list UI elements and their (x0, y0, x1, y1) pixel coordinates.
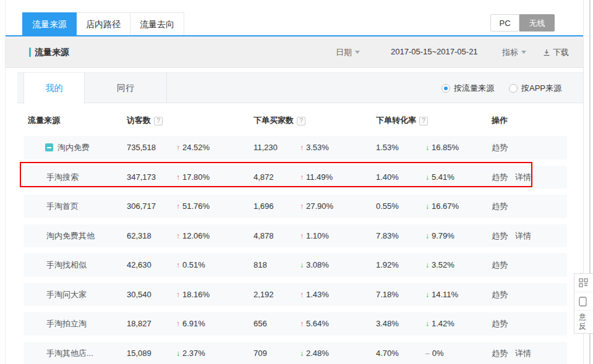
col-header-visitors: 访客数? (127, 115, 163, 126)
buyers-delta: ↓2.48% (300, 339, 329, 364)
visitors-value: 15,089 (127, 339, 151, 364)
tab-instore-path[interactable]: 店内路径 (76, 12, 130, 35)
table-row[interactable]: 手淘拍立淘 18,827 ↑6.91% 656 ↑5.64% 3.48% ↓1.… (23, 309, 567, 339)
collapse-minus-icon[interactable] (45, 143, 53, 151)
top-tab-bar: 流量来源 店内路径 流量去向 (23, 12, 184, 35)
buyers-value: 11,230 (254, 133, 278, 163)
qr-icon[interactable] (574, 274, 593, 292)
buyers-value: 709 (254, 339, 267, 364)
row-name: 手淘其他店... (46, 339, 93, 364)
table-row[interactable]: 手淘找相似 42,630 ↑0.51% 818 ↓3.08% 1.92% ↓3.… (23, 250, 567, 280)
help-icon[interactable]: ? (419, 117, 428, 125)
trend-arrow-icon: ↑ (176, 202, 180, 211)
row-background (23, 224, 567, 248)
table-row[interactable]: 淘内免费 735,518 ↑24.52% 11,230 ↑3.53% 1.53%… (23, 133, 567, 163)
visitors-delta: ↑24.52% (176, 133, 210, 163)
trend-link[interactable]: 趋势 (492, 260, 508, 269)
trend-link[interactable]: 趋势 (492, 349, 508, 358)
help-icon[interactable]: ? (297, 117, 305, 125)
table-row[interactable]: 手淘首页 306,717 ↑51.76% 1,696 ↑27.90% 0.55%… (23, 192, 567, 221)
trend-arrow-icon: ↑ (176, 143, 180, 152)
radio-label: 按流量来源 (454, 83, 494, 94)
row-name: 手淘找相似 (46, 250, 87, 280)
row-operations: 趋势 (492, 192, 515, 221)
tab-mine[interactable]: 我的 (23, 73, 85, 104)
row-operations: 趋势详情 (492, 339, 539, 364)
conversion-delta: ↓1.42% (425, 309, 454, 339)
buyers-delta: ↑5.64% (300, 309, 329, 339)
conversion-value: 1.92% (376, 250, 399, 280)
row-operations: 趋势 (492, 250, 515, 280)
trend-link[interactable]: 趋势 (492, 201, 508, 211)
highlight-box (20, 162, 532, 187)
radio-by-traffic-source[interactable]: 按流量来源 (442, 83, 494, 94)
visitors-value: 42,630 (127, 250, 151, 280)
trend-arrow-icon: ↑ (300, 202, 304, 211)
table-row[interactable]: 淘内免费其他 62,318 ↑12.06% 4,878 ↑1.10% 7.83%… (23, 221, 567, 251)
help-icon[interactable]: ? (154, 117, 163, 125)
trend-link[interactable]: 趋势 (492, 143, 508, 152)
detail-link[interactable]: 详情 (515, 349, 531, 358)
detail-link[interactable]: 详情 (515, 231, 531, 240)
trend-link[interactable]: 趋势 (492, 231, 508, 240)
radio-selected-icon (442, 84, 450, 93)
table-row[interactable]: 手淘问大家 30,540 ↑18.16% 2,192 ↑1.43% 7.18% … (23, 280, 567, 310)
trend-link[interactable]: 趋势 (492, 290, 508, 299)
trend-arrow-icon: ↓ (425, 232, 429, 240)
feedback-char: 反 (579, 322, 586, 331)
visitors-value: 735,518 (127, 133, 156, 163)
trend-arrow-icon: ↓ (425, 290, 429, 299)
radio-by-app-source[interactable]: 按APP来源 (509, 83, 561, 94)
date-dropdown[interactable]: 日期 (336, 47, 360, 58)
row-name: 淘内免费 (45, 133, 90, 163)
feedback-widget[interactable]: 意 反 (574, 273, 593, 334)
row-name: 淘内免费其他 (46, 221, 95, 251)
feedback-char: 意 (579, 313, 586, 322)
trend-arrow-icon: ↓ (300, 349, 304, 358)
visitors-value: 306,717 (127, 192, 156, 221)
tab-traffic-source[interactable]: 流量来源 (22, 12, 77, 35)
date-range-value[interactable]: 2017-05-15~2017-05-21 (391, 47, 478, 56)
phone-icon[interactable] (574, 292, 593, 311)
row-background (23, 283, 567, 307)
chevron-down-icon (521, 51, 526, 54)
pc-toggle-button[interactable]: PC (490, 14, 519, 32)
date-label: 日期 (336, 48, 352, 57)
row-background (23, 253, 567, 277)
row-name: 手淘拍立淘 (46, 309, 87, 339)
metrics-dropdown[interactable]: 指标 (502, 47, 526, 58)
buyers-value: 4,878 (254, 221, 274, 251)
col-header-operations: 操作 (492, 115, 508, 126)
conversion-delta: ↓16.85% (425, 133, 459, 163)
visitors-delta: ↑18.16% (176, 280, 210, 310)
buyers-value: 2,192 (254, 280, 274, 310)
tab-traffic-destination[interactable]: 流量去向 (130, 12, 184, 35)
conversion-value: 1.53% (376, 133, 399, 163)
buyers-delta: ↑1.10% (300, 221, 329, 251)
table-row[interactable]: 手淘其他店... 15,089 ↓2.37% 709 ↓2.48% 4.70% … (23, 339, 567, 364)
trend-link[interactable]: 趋势 (492, 319, 508, 328)
chevron-down-icon (355, 51, 360, 54)
metrics-label: 指标 (502, 48, 518, 57)
conversion-value: 7.83% (376, 221, 399, 251)
row-operations: 趋势 (492, 309, 515, 339)
page-title: 流量来源 (29, 47, 69, 58)
row-background (23, 342, 567, 364)
row-operations: 趋势详情 (492, 221, 539, 251)
visitors-delta: ↑0.51% (176, 250, 205, 280)
feedback-label[interactable]: 意 反 (574, 311, 593, 333)
buyers-delta: ↑27.90% (300, 192, 333, 221)
trend-arrow-icon: ↓ (425, 202, 429, 211)
visitors-delta: ↓2.37% (176, 339, 205, 364)
trend-arrow-icon: ↑ (300, 143, 304, 152)
wireless-toggle-button[interactable]: 无线 (519, 14, 555, 32)
download-icon (543, 49, 550, 58)
download-button[interactable]: 下载 (543, 47, 569, 58)
conversion-delta: ↓14.11% (425, 280, 458, 310)
trend-arrow-icon: ↑ (300, 232, 304, 240)
trend-arrow-icon: ↓ (425, 143, 429, 152)
visitors-value: 18,827 (127, 309, 151, 339)
tab-peers[interactable]: 同行 (85, 73, 167, 103)
trend-arrow-icon: ↓ (425, 320, 429, 328)
trend-arrow-icon: ↑ (176, 232, 180, 240)
